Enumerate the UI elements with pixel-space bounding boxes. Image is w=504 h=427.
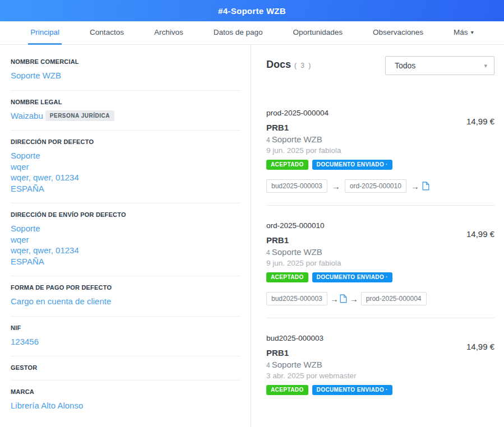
- field-marca: MARCA Librería Alto Alonso: [11, 388, 241, 411]
- docs-list: prod-2025-000004 14,99 € PRB1 4Soporte W…: [266, 93, 494, 407]
- tab-principal[interactable]: Principal: [28, 21, 62, 45]
- status-badge-aceptado: ACEPTADO: [266, 385, 308, 395]
- customer-ref: 4: [266, 249, 270, 257]
- field-label: NOMBRE COMERCIAL: [11, 58, 241, 65]
- chain-doc-link[interactable]: ord-2025-000010: [345, 179, 406, 193]
- doc-status-badges: ACEPTADO DOCUMENTO ENVIADO ·: [266, 385, 494, 395]
- chevron-down-icon: ▾: [484, 62, 487, 69]
- field-label: NIF: [11, 324, 241, 331]
- docs-header: Docs ( 3 ) Todos ▾: [266, 56, 494, 75]
- badge-dropdown-dot: ·: [386, 161, 388, 168]
- customer-detail-page: #4-Soporte WZB Principal Contactos Archi…: [0, 0, 504, 427]
- tab-observaciones[interactable]: Observaciones: [371, 21, 426, 45]
- doc-number-link[interactable]: ord-2025-000010: [266, 221, 325, 230]
- address-line[interactable]: ESPAÑA: [11, 183, 241, 194]
- doc-price: 14,99 €: [466, 342, 494, 351]
- doc-number-link[interactable]: prod-2025-000004: [266, 109, 329, 117]
- address-line[interactable]: wqer, qwer, 01234: [11, 245, 241, 256]
- field-label: NOMBRE LEGAL: [11, 99, 241, 105]
- badge-dropdown-dot: ·: [386, 387, 388, 393]
- customer-ref: 4: [266, 136, 270, 144]
- divider: [11, 356, 241, 356]
- window-titlebar: #4-Soporte WZB: [0, 0, 504, 21]
- customer-name: Soporte WZB: [272, 134, 322, 144]
- tab-mas[interactable]: Más ▾: [451, 21, 476, 45]
- customer-name: Soporte WZB: [272, 247, 322, 257]
- forma-pago-link[interactable]: Cargo en cuenta de cliente: [11, 296, 241, 307]
- doc-number-link[interactable]: bud2025-000003: [266, 334, 323, 342]
- doc-customer: 4Soporte WZB: [266, 134, 494, 144]
- address-line[interactable]: Soporte: [11, 223, 241, 234]
- doc-customer: 4Soporte WZB: [266, 247, 494, 257]
- chain-doc-link[interactable]: prod-2025-000004: [361, 292, 427, 305]
- arrow-right-icon: →: [332, 182, 340, 191]
- address-line[interactable]: ESPAÑA: [11, 256, 241, 267]
- chain-doc-link[interactable]: bud2025-000003: [266, 179, 327, 193]
- doc-price: 14,99 €: [466, 229, 494, 239]
- field-label: DIRECCIÓN POR DEFECTO: [11, 138, 241, 145]
- field-label: FORMA DE PAGO POR DEFECTO: [11, 284, 241, 291]
- arrow-right-icon: →: [350, 295, 358, 303]
- divider: [11, 203, 241, 203]
- doc-card: ord-2025-000010 14,99 € PRB1 4Soporte WZ…: [266, 206, 494, 318]
- nombre-legal-link[interactable]: Waizabu: [11, 110, 43, 122]
- doc-meta: 9 jun. 2025 por fabiola: [266, 259, 494, 267]
- doc-customer: 4Soporte WZB: [266, 360, 494, 369]
- address-line[interactable]: Soporte: [11, 150, 241, 161]
- divider: [11, 130, 241, 131]
- field-gestor: GESTOR: [11, 364, 241, 371]
- nif-link[interactable]: 123456: [11, 336, 241, 347]
- field-nif: NIF 123456: [11, 324, 241, 347]
- main-content: NOMBRE COMERCIAL Soporte WZB NOMBRE LEGA…: [0, 45, 504, 427]
- field-forma-de-pago: FORMA DE PAGO POR DEFECTO Cargo en cuent…: [11, 284, 241, 307]
- tab-datos-de-pago[interactable]: Datos de pago: [211, 21, 265, 45]
- doc-product: PRB1: [266, 348, 494, 358]
- field-label: DIRECCIÓN DE ENVÍO POR DEFECTO: [11, 211, 241, 218]
- doc-meta: 3 abr. 2025 por webmaster: [266, 372, 494, 380]
- docs-panel: Docs ( 3 ) Todos ▾ prod-2025-000004 14,9…: [251, 45, 504, 427]
- doc-status-badges: ACEPTADO DOCUMENTO ENVIADO ·: [266, 272, 494, 282]
- field-nombre-comercial: NOMBRE COMERCIAL Soporte WZB: [11, 58, 241, 81]
- docs-title: Docs: [266, 59, 291, 71]
- field-direccion-envio-por-defecto: DIRECCIÓN DE ENVÍO POR DEFECTO Soporte w…: [11, 211, 241, 267]
- doc-card: prod-2025-000004 14,99 € PRB1 4Soporte W…: [266, 93, 494, 206]
- address-line[interactable]: wqer, qwer, 01234: [11, 172, 241, 183]
- status-badge-aceptado: ACEPTADO: [266, 272, 308, 282]
- status-badge-documento-enviado[interactable]: DOCUMENTO ENVIADO ·: [312, 385, 392, 395]
- docs-filter-value: Todos: [395, 61, 415, 70]
- doc-price: 14,99 €: [466, 117, 494, 126]
- doc-card: bud2025-000003 14,99 € PRB1 4Soporte WZB…: [266, 318, 494, 407]
- chain-doc-link[interactable]: bud2025-000003: [266, 292, 327, 305]
- doc-meta: 9 jun. 2025 por fabiola: [266, 146, 494, 155]
- docs-count: ( 3 ): [294, 62, 312, 69]
- status-badge-documento-enviado[interactable]: DOCUMENTO ENVIADO ·: [312, 272, 392, 282]
- tab-archivos[interactable]: Archivos: [152, 21, 186, 45]
- status-badge-documento-enviado[interactable]: DOCUMENTO ENVIADO ·: [312, 160, 392, 170]
- tab-contactos[interactable]: Contactos: [87, 21, 126, 45]
- field-label: MARCA: [11, 388, 241, 395]
- customer-details-panel: NOMBRE COMERCIAL Soporte WZB NOMBRE LEGA…: [0, 45, 251, 427]
- doc-chain: bud2025-000003 → ord-2025-000010 →: [266, 179, 494, 193]
- nombre-comercial-link[interactable]: Soporte WZB: [11, 70, 241, 81]
- persona-juridica-badge: PERSONA JURÍDICA: [45, 110, 114, 121]
- tab-oportunidades[interactable]: Oportunidades: [291, 21, 345, 45]
- document-icon[interactable]: [422, 182, 429, 191]
- customer-ref: 4: [266, 361, 270, 369]
- arrow-right-icon: →: [411, 182, 419, 191]
- arrow-right-icon: →: [330, 295, 339, 303]
- doc-chain: bud2025-000003 → → prod-2025-000004: [266, 292, 494, 305]
- page-title: #4-Soporte WZB: [218, 6, 286, 16]
- address-line[interactable]: wqer: [11, 234, 241, 245]
- field-direccion-por-defecto: DIRECCIÓN POR DEFECTO Soporte wqer wqer,…: [11, 138, 241, 194]
- status-badge-aceptado: ACEPTADO: [266, 160, 308, 170]
- divider: [11, 276, 241, 276]
- field-label: GESTOR: [11, 364, 241, 371]
- field-nombre-legal: NOMBRE LEGAL Waizabu PERSONA JURÍDICA: [11, 99, 241, 122]
- docs-filter-select[interactable]: Todos ▾: [385, 56, 494, 75]
- divider: [11, 90, 241, 91]
- marca-link[interactable]: Librería Alto Alonso: [11, 400, 241, 411]
- document-icon[interactable]: [340, 294, 347, 303]
- address-line[interactable]: wqer: [11, 161, 241, 173]
- tab-bar: Principal Contactos Archivos Datos de pa…: [0, 21, 504, 45]
- customer-name: Soporte WZB: [272, 360, 322, 369]
